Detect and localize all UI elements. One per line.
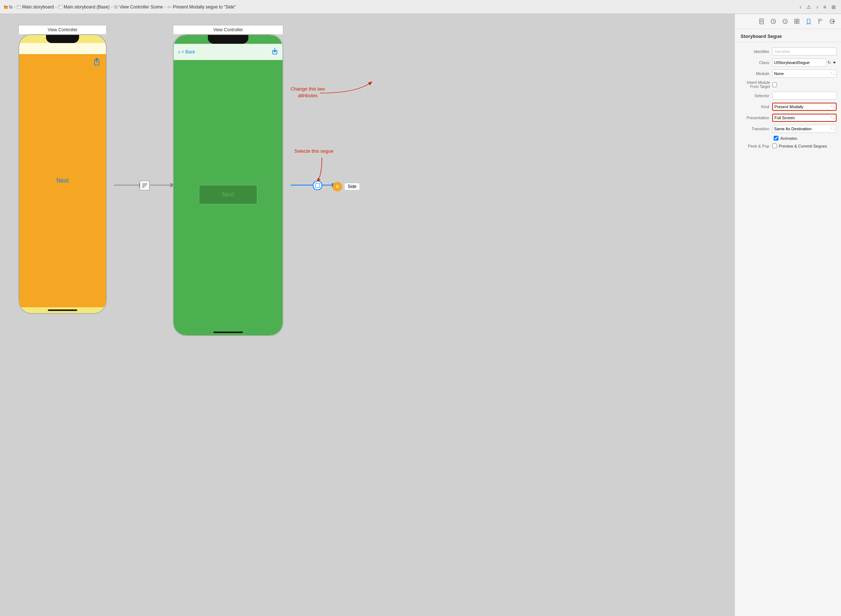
svg-rect-22 [142,183,144,185]
vc2-inner: ‹ < Back Next [174,35,283,335]
svg-rect-39 [795,19,797,21]
module-select-wrapper: None ⌃⌄ [772,70,837,78]
vc1-next-label: Next [57,177,69,184]
svg-rect-6 [114,6,118,9]
vc2-wrapper: View Controller ‹ < Back [173,25,283,336]
transition-row: Transition Same As Destination Cover Ver… [735,123,841,134]
breadcrumb-item-4[interactable]: Present Modally segue to "Side" [167,4,236,10]
main-layout: View Controller Next [0,14,841,616]
svg-rect-23 [144,183,146,185]
panel-bookmark-btn[interactable] [803,16,814,26]
panel-help-btn[interactable]: ? [780,16,790,26]
vc1-wrapper: View Controller Next [18,25,107,314]
nav-warning-btn[interactable]: ⚠ [805,3,813,11]
nav-forward-btn[interactable]: › [815,3,820,11]
svg-rect-26 [144,185,146,186]
panel-file-btn[interactable] [756,16,767,26]
segue-circle-connector[interactable] [313,181,322,190]
side-destination: S Side [333,182,360,191]
canvas-svg [0,14,734,616]
animates-row: Animates [735,134,841,142]
nav-list-btn[interactable]: ≡ [822,3,828,11]
svg-rect-42 [797,22,799,23]
breadcrumb: ls › Main.storyboard › Main.storyboard (… [4,4,796,10]
vc2-next-btn[interactable]: Next [199,185,258,205]
side-icon: S [333,182,342,191]
vc2-phone: ‹ < Back Next [173,34,283,336]
breadcrumb-sep-2: › [111,5,113,9]
back-btn[interactable]: ‹ < Back [178,48,195,55]
segue-icon [167,5,172,9]
kind-row: Kind Show Show Detail Present Modally Pr… [735,101,841,112]
svg-rect-3 [19,6,20,7]
class-select[interactable]: UIStoryboardSegue [772,59,826,67]
kind-label: Kind [739,104,772,109]
breadcrumb-sep-1: › [55,5,57,9]
nav-back-btn[interactable]: ‹ [798,3,803,11]
side-label: Side [344,183,360,190]
module-row: Module None ⌃⌄ [735,68,841,79]
annotation-select-segue: Selecte this segue [294,148,333,154]
kind-select[interactable]: Show Show Detail Present Modally Present… [772,103,837,111]
svg-rect-8 [168,6,169,8]
animates-checkbox[interactable] [774,136,778,141]
segue-inner-square [315,183,320,188]
presentation-label: Presentation [739,116,772,120]
peek-checkbox[interactable] [772,144,777,148]
canvas-area[interactable]: View Controller Next [0,14,734,616]
svg-marker-10 [171,6,171,8]
svg-rect-27 [142,187,144,188]
panel-clock-btn[interactable] [768,16,778,26]
peek-label: Peek & Pop [739,144,772,148]
svg-marker-47 [833,62,836,64]
transition-select[interactable]: Same As Destination Cover Vertical Flip … [772,125,837,133]
module-select[interactable]: None [772,70,837,78]
inherit-module-row: Inherit Module From Target [735,79,841,90]
selector-input[interactable] [772,92,837,100]
vc1-home-bar [48,309,77,311]
peek-pop-row: Peek & Pop Preview & Commit Segues [735,142,841,150]
svg-line-36 [773,21,774,22]
kind-select-wrapper: Show Show Detail Present Modally Present… [772,103,837,111]
vc1-notch [46,35,79,43]
right-panel-icon-bar: ? [735,14,841,29]
nav-grid-btn[interactable]: ⊞ [830,3,837,11]
vc2-notch [208,35,248,44]
svg-rect-5 [59,6,60,7]
right-panel: ? Storyboard Segue Identifier [734,14,841,616]
svg-rect-4 [59,5,62,9]
identifier-row: Identifier [735,46,841,57]
panel-grid-btn[interactable] [792,16,802,26]
vc1-inner: Next [19,35,106,313]
panel-flag-btn[interactable] [815,16,826,26]
animates-label: Animates [780,136,797,141]
breadcrumb-item-0[interactable]: ls [4,4,13,10]
storyboard-base-icon [58,5,63,9]
peek-text: Preview & Commit Segues [779,144,827,148]
panel-arrow-btn[interactable] [827,16,837,26]
refresh-icon[interactable]: ↻ [827,60,831,65]
breadcrumb-item-2[interactable]: Main.storyboard (Base) [58,4,110,10]
vc2-home-bar [213,331,243,333]
storyboard-icon [16,5,21,9]
svg-text:?: ? [784,20,786,23]
vc2-body: Next [174,60,283,329]
segue-source-connector[interactable] [140,181,149,190]
breadcrumb-item-3[interactable]: View Controller Scene [114,4,163,10]
share-icon[interactable] [94,58,100,68]
svg-marker-46 [833,20,834,22]
folder-icon [4,5,8,9]
inherit-checkbox[interactable] [772,82,777,87]
download-icon[interactable] [271,47,278,56]
vc-scene-icon [114,5,118,9]
annotation-change-attributes: Change this two attributes [291,86,325,99]
breadcrumb-sep-0: › [14,5,15,9]
identifier-input[interactable] [772,47,837,56]
svg-rect-1 [17,5,21,9]
presentation-select[interactable]: Full Screen Page Sheet Form Sheet Curren… [772,114,837,122]
class-arrow-down-icon [832,60,837,65]
inherit-label: Inherit Module From Target [739,81,772,89]
class-row: Class UIStoryboardSegue ↻ [735,57,841,68]
breadcrumb-item-1[interactable]: Main.storyboard [16,4,54,10]
presentation-select-wrapper: Full Screen Page Sheet Form Sheet Curren… [772,114,837,122]
